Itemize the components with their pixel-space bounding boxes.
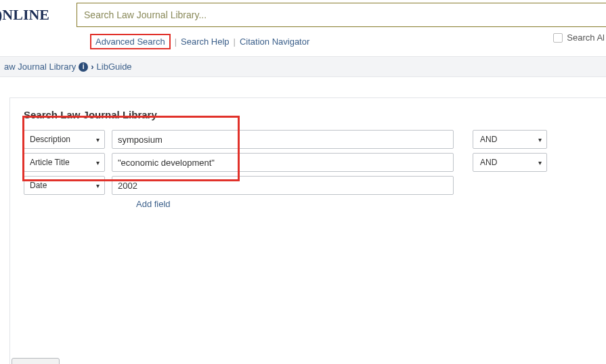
advanced-search-highlight: Advanced Search [90, 34, 171, 49]
search-all-label: Search Al [567, 32, 605, 43]
search-row: Article Title ▾ AND ▾ [24, 153, 592, 172]
bool-select-0[interactable]: AND [473, 130, 547, 149]
sub-nav: Advanced Search | Search Help | Citation… [0, 30, 606, 56]
separator: | [234, 37, 236, 47]
search-help-link[interactable]: Search Help [181, 37, 230, 47]
global-search-input[interactable] [84, 9, 599, 20]
value-input-0[interactable] [112, 130, 454, 149]
breadcrumb-libguide[interactable]: LibGuide [97, 62, 132, 72]
citation-navigator-link[interactable]: Citation Navigator [240, 37, 309, 47]
value-input-2[interactable] [112, 176, 454, 195]
field-select-1[interactable]: Article Title [24, 153, 105, 172]
search-all-toggle[interactable]: Search Al [553, 32, 605, 43]
search-row: Description ▾ AND ▾ [24, 130, 592, 149]
search-all-checkbox[interactable] [553, 33, 563, 43]
top-bar: )NLINE [0, 0, 606, 30]
global-search-box[interactable] [77, 3, 606, 27]
breadcrumb-library[interactable]: aw Journal Library [4, 62, 76, 72]
field-select-2[interactable]: Date [24, 176, 105, 195]
advanced-search-link[interactable]: Advanced Search [95, 37, 165, 47]
search-row: Date ▾ [24, 176, 592, 195]
separator: | [175, 37, 177, 47]
logo: )NLINE [0, 2, 58, 28]
panel-title: Search Law Journal Library [24, 109, 592, 120]
info-icon[interactable]: i [79, 62, 88, 72]
breadcrumb: aw Journal Library i › LibGuide [0, 56, 606, 77]
search-panel: Search Law Journal Library Description ▾… [9, 97, 606, 364]
field-select-0[interactable]: Description [24, 130, 105, 149]
chevron-right-icon: › [91, 62, 93, 72]
add-field-link[interactable]: Add field [136, 199, 592, 209]
value-input-1[interactable] [112, 153, 454, 172]
bool-select-1[interactable]: AND [473, 153, 547, 172]
search-button[interactable]: Search [12, 358, 60, 364]
